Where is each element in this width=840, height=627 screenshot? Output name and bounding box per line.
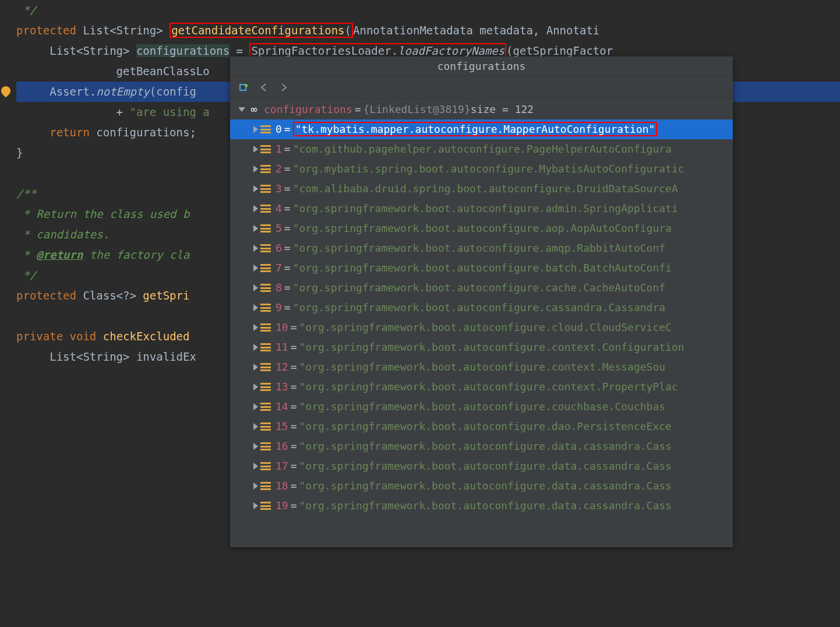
tree-item-row[interactable]: 15 = "org.springframework.boot.autoconfi… bbox=[230, 417, 733, 436]
expand-arrow-right-icon[interactable] bbox=[253, 185, 258, 192]
comment-end: */ bbox=[16, 3, 36, 16]
list-element-icon bbox=[260, 224, 271, 233]
javadoc-line3b: the factory cla bbox=[83, 248, 189, 261]
item-eq: = bbox=[284, 199, 291, 219]
expand-arrow-right-icon[interactable] bbox=[253, 443, 258, 450]
list-element-icon bbox=[260, 145, 271, 153]
tree-item-row[interactable]: 9 = "org.springframework.boot.autoconfig… bbox=[230, 298, 733, 318]
watches-glasses-icon: ∞ bbox=[248, 100, 260, 119]
expand-arrow-right-icon[interactable] bbox=[253, 344, 258, 351]
nav-back-icon[interactable] bbox=[258, 82, 270, 93]
tree-item-row[interactable]: 12 = "org.springframework.boot.autoconfi… bbox=[230, 357, 733, 377]
params-tail: AnnotationMetadata metadata, Annotati bbox=[353, 24, 599, 37]
list-element-icon bbox=[260, 284, 271, 292]
list-element-icon bbox=[260, 482, 271, 490]
expand-arrow-right-icon[interactable] bbox=[253, 364, 258, 371]
call-tail: (getSpringFactor bbox=[506, 44, 613, 57]
kw-protected: protected bbox=[16, 24, 76, 37]
item-value: "org.springframework.boot.autoconfigure.… bbox=[299, 397, 666, 417]
popup-toolbar bbox=[230, 76, 733, 98]
tree-item-row[interactable]: 1 = "com.github.pagehelper.autoconfigure… bbox=[230, 139, 733, 159]
list-element-icon bbox=[260, 442, 271, 450]
item-eq: = bbox=[291, 337, 297, 357]
item-eq: = bbox=[291, 456, 297, 476]
item-eq: = bbox=[284, 159, 291, 179]
tree-item-row[interactable]: 7 = "org.springframework.boot.autoconfig… bbox=[230, 258, 733, 278]
tree-item-row[interactable]: 19 = "org.springframework.boot.autoconfi… bbox=[230, 496, 733, 516]
item-value: "tk.mybatis.mapper.autoconfigure.MapperA… bbox=[293, 119, 658, 139]
item-value: "org.springframework.boot.autoconfigure.… bbox=[299, 496, 672, 516]
expand-arrow-right-icon[interactable] bbox=[253, 383, 258, 390]
tree-item-row[interactable]: 10 = "org.springframework.boot.autoconfi… bbox=[230, 318, 733, 337]
expand-arrow-right-icon[interactable] bbox=[253, 225, 258, 232]
expand-arrow-right-icon[interactable] bbox=[253, 165, 258, 172]
new-watch-icon[interactable] bbox=[238, 82, 250, 93]
tree-item-row[interactable]: 6 = "org.springframework.boot.autoconfig… bbox=[230, 238, 733, 258]
item-value: "org.springframework.boot.autoconfigure.… bbox=[293, 238, 665, 258]
expand-arrow-right-icon[interactable] bbox=[253, 463, 258, 470]
item-eq: = bbox=[291, 496, 297, 516]
item-value: "org.springframework.boot.autoconfigure.… bbox=[299, 456, 672, 476]
item-index: 4 bbox=[276, 199, 282, 219]
root-eq: = bbox=[355, 100, 361, 119]
item-value: "com.github.pagehelper.autoconfigure.Pag… bbox=[293, 139, 672, 159]
item-eq: = bbox=[291, 397, 297, 417]
nav-forward-icon[interactable] bbox=[278, 82, 290, 93]
item-value: "org.springframework.boot.autoconfigure.… bbox=[299, 357, 666, 377]
root-obj: {LinkedList@3819} bbox=[363, 100, 471, 119]
root-size: size = 122 bbox=[471, 100, 534, 119]
item-value: "org.springframework.boot.autoconfigure.… bbox=[299, 377, 678, 397]
list-element-icon bbox=[260, 502, 271, 510]
popup-title: configurations bbox=[230, 57, 733, 76]
expand-arrow-right-icon[interactable] bbox=[253, 205, 258, 212]
expand-arrow-right-icon[interactable] bbox=[253, 126, 258, 133]
item-eq: = bbox=[291, 318, 297, 337]
expand-arrow-right-icon[interactable] bbox=[253, 423, 258, 430]
tree-item-row[interactable]: 11 = "org.springframework.boot.autoconfi… bbox=[230, 337, 733, 357]
return-expr: configurations; bbox=[90, 126, 196, 139]
method-name: getCandidateConfigurations bbox=[171, 24, 344, 37]
tree-item-row[interactable]: 0 = "tk.mybatis.mapper.autoconfigure.Map… bbox=[230, 119, 733, 139]
expand-arrow-right-icon[interactable] bbox=[253, 284, 258, 291]
tree-item-row[interactable]: 16 = "org.springframework.boot.autoconfi… bbox=[230, 436, 733, 456]
expand-arrow-right-icon[interactable] bbox=[253, 324, 258, 331]
type-class: Class<?> bbox=[83, 289, 143, 302]
list-element-icon bbox=[260, 343, 271, 351]
expand-arrow-right-icon[interactable] bbox=[253, 265, 258, 272]
variable-tree[interactable]: ∞ configurations = {LinkedList@3819} siz… bbox=[230, 98, 733, 547]
javadoc-return-tag: @return bbox=[36, 248, 83, 261]
item-eq: = bbox=[284, 179, 291, 199]
method-checkExcluded: checkExcluded bbox=[103, 330, 190, 343]
expand-arrow-right-icon[interactable] bbox=[253, 304, 258, 311]
kw-return: return bbox=[50, 126, 90, 139]
expand-arrow-right-icon[interactable] bbox=[253, 245, 258, 252]
item-value: "com.alibaba.druid.spring.boot.autoconfi… bbox=[293, 179, 678, 199]
equals: = bbox=[230, 44, 249, 57]
tree-item-row[interactable]: 5 = "org.springframework.boot.autoconfig… bbox=[230, 219, 733, 238]
tree-item-row[interactable]: 17 = "org.springframework.boot.autoconfi… bbox=[230, 456, 733, 476]
expand-arrow-down-icon[interactable] bbox=[238, 107, 245, 112]
tree-item-row[interactable]: 13 = "org.springframework.boot.autoconfi… bbox=[230, 377, 733, 397]
javadoc-line2: * candidates. bbox=[16, 228, 110, 241]
tree-item-row[interactable]: 8 = "org.springframework.boot.autoconfig… bbox=[230, 278, 733, 298]
tree-item-row[interactable]: 2 = "org.mybatis.spring.boot.autoconfigu… bbox=[230, 159, 733, 179]
tree-item-row[interactable]: 18 = "org.springframework.boot.autoconfi… bbox=[230, 476, 733, 496]
string-literal: "are using a bbox=[129, 105, 209, 118]
item-eq: = bbox=[284, 258, 291, 278]
expand-arrow-right-icon[interactable] bbox=[253, 146, 258, 153]
item-eq: = bbox=[284, 298, 291, 318]
item-value: "org.springframework.boot.autoconfigure.… bbox=[293, 258, 672, 278]
notEmpty-call: notEmpty bbox=[96, 85, 150, 98]
expand-arrow-right-icon[interactable] bbox=[253, 482, 258, 489]
expand-arrow-right-icon[interactable] bbox=[253, 502, 258, 509]
tree-item-row[interactable]: 4 = "org.springframework.boot.autoconfig… bbox=[230, 199, 733, 219]
item-value: "org.springframework.boot.autoconfigure.… bbox=[299, 337, 684, 357]
kw-protected2: protected bbox=[16, 289, 76, 302]
tree-item-row[interactable]: 14 = "org.springframework.boot.autoconfi… bbox=[230, 397, 733, 417]
tree-root-row[interactable]: ∞ configurations = {LinkedList@3819} siz… bbox=[230, 100, 733, 119]
item-value: "org.springframework.boot.autoconfigure.… bbox=[293, 219, 672, 238]
tree-item-row[interactable]: 3 = "com.alibaba.druid.spring.boot.autoc… bbox=[230, 179, 733, 199]
expand-arrow-right-icon[interactable] bbox=[253, 403, 258, 410]
javadoc-line1: * Return the class used b bbox=[16, 207, 189, 220]
item-eq: = bbox=[284, 238, 291, 258]
